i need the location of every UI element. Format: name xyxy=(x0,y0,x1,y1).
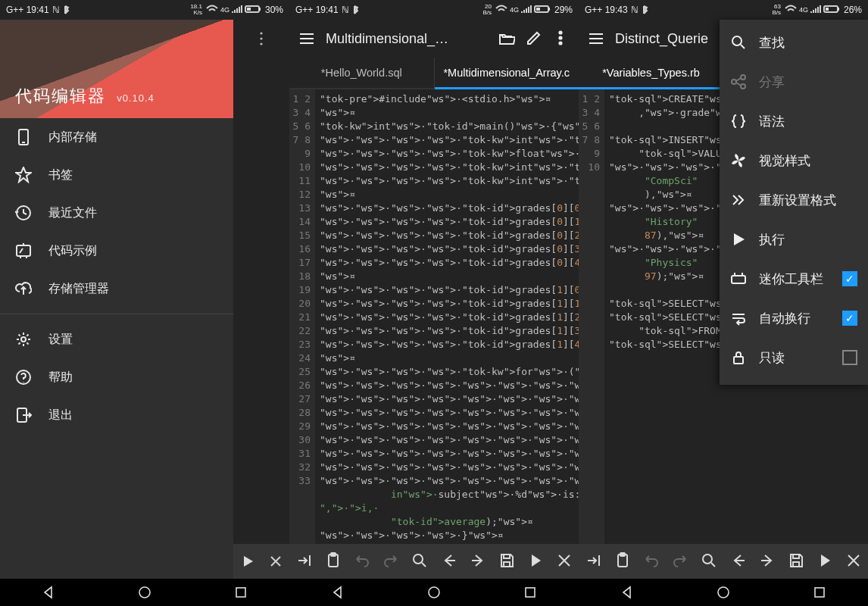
tab-file[interactable]: *Variables_Types.rb xyxy=(579,58,723,88)
menu-item-mini-toolbar[interactable]: 迷你工具栏 xyxy=(720,259,868,298)
svg-rect-38 xyxy=(732,276,745,283)
back-icon[interactable] xyxy=(330,585,345,600)
svg-rect-25 xyxy=(526,588,535,597)
undo-icon[interactable] xyxy=(354,552,370,571)
svg-rect-14 xyxy=(236,588,245,597)
menu-item-visual[interactable]: 视觉样式 xyxy=(720,141,868,180)
svg-rect-33 xyxy=(815,588,824,597)
play-icon[interactable] xyxy=(816,552,832,571)
menu-item-run[interactable]: 执行 xyxy=(720,220,868,259)
checkbox-unchecked-icon[interactable] xyxy=(842,350,857,365)
battery-icon xyxy=(245,5,263,16)
drawer-item-label: 存储管理器 xyxy=(48,281,109,297)
redo-icon[interactable] xyxy=(672,552,688,571)
overflow-icon[interactable] xyxy=(553,30,570,47)
play-icon[interactable] xyxy=(240,554,255,569)
checkbox-checked-icon[interactable] xyxy=(842,271,857,286)
recents-icon[interactable] xyxy=(812,585,827,600)
code-area[interactable]: "tok-pre">#include"ws">·<stdio.h>"ws">¤ … xyxy=(315,89,579,544)
save-icon[interactable] xyxy=(498,552,514,571)
play-icon[interactable] xyxy=(527,552,543,571)
hamburger-icon[interactable] xyxy=(588,30,604,47)
lock-icon xyxy=(730,349,747,366)
close-icon[interactable] xyxy=(556,552,572,571)
tab-indent-icon[interactable] xyxy=(296,552,312,571)
menu-label: 视觉样式 xyxy=(759,152,810,170)
overflow-icon[interactable] xyxy=(254,31,269,46)
share-icon xyxy=(730,73,747,90)
search-icon[interactable] xyxy=(701,552,717,571)
narrow-editor-strip xyxy=(233,20,289,579)
clipboard-icon[interactable] xyxy=(325,552,341,571)
signal-icon xyxy=(521,5,532,16)
svg-point-7 xyxy=(21,337,26,342)
svg-rect-39 xyxy=(734,357,743,364)
redo-icon[interactable] xyxy=(382,552,398,571)
menu-item-find[interactable]: 查找 xyxy=(720,23,868,62)
menu-label: 只读 xyxy=(759,349,785,367)
open-folder-icon[interactable] xyxy=(498,30,515,47)
nfc-icon: ℕ xyxy=(342,5,349,15)
svg-rect-16 xyxy=(548,8,550,11)
svg-point-19 xyxy=(559,36,561,39)
menu-label: 迷你工具栏 xyxy=(759,270,823,288)
menu-item-reformat[interactable]: 重新设置格式 xyxy=(720,180,868,220)
svg-point-36 xyxy=(732,80,736,84)
history-icon xyxy=(15,205,32,221)
drawer-item-label: 代码示例 xyxy=(48,243,97,259)
tab-indent-icon[interactable] xyxy=(585,552,601,571)
battery-pct: 26% xyxy=(844,5,862,15)
app-title: 代码编辑器 xyxy=(15,86,106,105)
svg-rect-27 xyxy=(838,8,839,11)
edit-icon[interactable] xyxy=(526,30,542,47)
menu-label: 自动换行 xyxy=(759,310,810,327)
arrow-right-icon[interactable] xyxy=(470,552,486,571)
nfc-icon: ℕ xyxy=(631,5,639,15)
wifi-icon xyxy=(785,5,797,16)
close-icon[interactable] xyxy=(268,554,283,569)
battery-pct: 30% xyxy=(265,5,283,15)
arrow-right-icon[interactable] xyxy=(759,552,775,571)
menu-item-readonly[interactable]: 只读 xyxy=(720,338,868,377)
drawer-item-label: 最近文件 xyxy=(48,205,97,221)
svg-point-24 xyxy=(429,587,439,598)
drawer-item-label: 设置 xyxy=(48,332,73,348)
battery-icon xyxy=(534,5,552,16)
menu-item-syntax[interactable]: 语法 xyxy=(720,102,868,141)
home-icon[interactable] xyxy=(137,585,152,600)
code-editor[interactable]: 1 2 3 4 5 6 7 8 9 10 11 12 13 14 15 16 1… xyxy=(289,89,579,544)
svg-point-11 xyxy=(260,37,262,39)
search-icon[interactable] xyxy=(411,552,427,571)
arrow-left-icon[interactable] xyxy=(441,552,457,571)
home-icon[interactable] xyxy=(426,585,442,600)
hamburger-icon[interactable] xyxy=(298,30,315,47)
menu-item-share[interactable]: 分享 xyxy=(720,62,868,102)
battery-pct: 29% xyxy=(554,5,573,15)
save-icon[interactable] xyxy=(788,552,804,571)
checkbox-checked-icon[interactable] xyxy=(842,311,857,326)
back-icon[interactable] xyxy=(620,585,635,600)
search-icon xyxy=(730,34,747,51)
arrow-left-icon[interactable] xyxy=(730,552,746,571)
exit-icon xyxy=(15,407,32,423)
recents-icon[interactable] xyxy=(523,585,538,600)
android-nav-bar xyxy=(289,579,579,606)
menu-item-word-wrap[interactable]: 自动换行 xyxy=(720,298,868,338)
android-nav-bar xyxy=(579,579,868,606)
battery-icon xyxy=(823,5,841,16)
svg-point-34 xyxy=(732,36,742,45)
back-icon[interactable] xyxy=(41,585,56,600)
android-nav-bar xyxy=(0,579,289,606)
play-icon xyxy=(730,231,747,248)
tab-file[interactable]: *Multidimensional_Array.c xyxy=(434,58,579,88)
home-icon[interactable] xyxy=(716,585,731,600)
tab-file[interactable]: *Hello_World.sql xyxy=(289,58,434,88)
drawer-item-label: 退出 xyxy=(48,408,73,423)
recents-icon[interactable] xyxy=(233,585,248,600)
close-icon[interactable] xyxy=(845,552,861,571)
clipboard-icon[interactable] xyxy=(614,552,630,571)
svg-point-31 xyxy=(703,554,712,564)
svg-point-20 xyxy=(559,42,561,44)
status-app-time: G++ 19:43 xyxy=(585,5,628,15)
undo-icon[interactable] xyxy=(643,552,659,571)
